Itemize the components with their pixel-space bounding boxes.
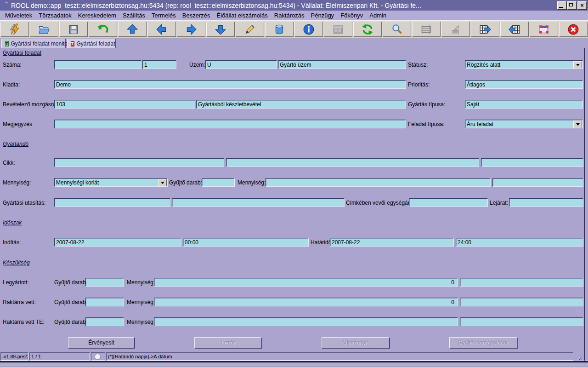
menu-muveletek[interactable]: Műveletek (2, 12, 35, 19)
inditas-time-field[interactable]: 00:00 (183, 238, 309, 247)
info-button[interactable] (294, 22, 323, 37)
lejarat-field[interactable] (509, 198, 583, 207)
search-icon (391, 23, 403, 35)
close-icon: × (580, 3, 584, 8)
minimize-button[interactable] (557, 1, 566, 9)
menu-beszerzes[interactable]: Beszerzés (179, 12, 214, 19)
gyujto-darab-field[interactable] (202, 178, 235, 187)
feladat-tipusa-dropdown[interactable]: Áru feladat (465, 120, 583, 128)
cikk-code-field[interactable] (54, 158, 224, 167)
menu-raktarozas[interactable]: Raktározás (271, 12, 308, 19)
feladat-tipusa-dropdown-arrow[interactable] (573, 121, 582, 128)
raktarra-vett-te-mennyiseg-field[interactable] (154, 317, 458, 326)
database-button[interactable] (265, 22, 294, 37)
calculator-icon (450, 23, 462, 35)
tab-strip-divider (116, 39, 116, 48)
raktarra-vett-te-gyujto-field[interactable] (85, 317, 124, 326)
resize-grip[interactable] (575, 353, 582, 361)
uzem-code-field[interactable]: U (205, 60, 277, 69)
mennyiseg-label: Mennyiség: (3, 179, 31, 186)
refresh-button[interactable] (353, 22, 382, 37)
mennyiseg-mod-dropdown[interactable]: Mennyiségi korlát (54, 178, 168, 187)
table-export-button[interactable] (471, 22, 499, 37)
legyartott-mennyiseg-field[interactable]: 0 (154, 278, 458, 287)
first-record-button[interactable] (118, 22, 147, 37)
open-folder-icon (38, 23, 50, 35)
previous-record-button[interactable] (147, 22, 176, 37)
lightning-button[interactable] (0, 22, 29, 37)
visszanyit-button[interactable]: Visszanyit (322, 337, 390, 348)
last-record-button[interactable] (206, 22, 235, 37)
undo-button[interactable] (89, 22, 117, 37)
raktarra-vett-label: Raktárra vett: (3, 299, 36, 305)
hatarido-date-field[interactable]: 2007-08-22 (330, 238, 454, 247)
search-button[interactable] (383, 22, 411, 37)
close-button[interactable]: × (577, 1, 587, 9)
szama-sorszam-field[interactable]: 1 (142, 60, 176, 69)
restore-button[interactable] (567, 1, 577, 9)
next-record-button[interactable] (177, 22, 205, 37)
table-import-icon (509, 23, 520, 35)
legyartott-gyujto-field[interactable] (85, 278, 124, 287)
menu-termeles[interactable]: Termelés (148, 12, 179, 19)
inditas-date-field[interactable]: 2007-08-22 (54, 238, 181, 247)
kiadta-field[interactable]: Demo (54, 80, 406, 89)
grid-button[interactable] (412, 22, 441, 37)
statusbar-indicator-panel (91, 352, 105, 361)
menu-szallitas[interactable]: Szállítás (119, 12, 148, 19)
raktarra-vett-gyujto-field[interactable] (85, 298, 124, 306)
raktarra-vett-te-egyseg-field[interactable] (460, 317, 583, 326)
window-resize-button[interactable] (530, 22, 558, 37)
uzem-name-field[interactable]: Gyártó üzem (278, 60, 406, 69)
table-import-button[interactable] (500, 22, 529, 37)
szama-field[interactable] (54, 60, 141, 69)
gyujtocsomagolasok-button[interactable]: Gyűjtőcsomagolások (449, 337, 517, 348)
bevetelezo-name-field[interactable]: Gyártásból készletbevétel (196, 100, 406, 109)
gyartasi-utasitas-name-field[interactable] (172, 198, 345, 207)
prioritas-field[interactable]: Átlagos (465, 80, 583, 89)
mennyiseg-egyseg-field[interactable] (492, 178, 583, 187)
menu-penzugy[interactable]: Pénzügy (308, 12, 338, 19)
statusz-dropdown[interactable]: Rögzítés alatt (465, 60, 583, 69)
tab-gyartasi-feladat[interactable]: T Gyártási feladat (67, 39, 116, 48)
mennyiseg-inline-label: Mennyiség: (127, 299, 155, 305)
toolbar (0, 20, 588, 38)
raktarra-vett-mennyiseg-field[interactable]: 0 (154, 298, 458, 306)
hatarido-time-field[interactable]: 24:00 (456, 238, 583, 247)
menu-eloallat-elszamolas[interactable]: Élőállat elszámolás (214, 12, 271, 19)
menu-admin[interactable]: Admin (366, 12, 390, 19)
mennyiseg-value-field[interactable] (266, 178, 491, 187)
database-icon (273, 23, 285, 35)
refresh-icon (362, 23, 373, 35)
form-window-button[interactable] (324, 22, 352, 37)
raktarra-vett-egyseg-field[interactable] (460, 298, 583, 306)
calculator-button[interactable] (441, 22, 470, 37)
save-button[interactable] (59, 22, 88, 37)
gyujto-darab-label: Gyűjtő darab: (54, 319, 87, 325)
menu-torzsadatok[interactable]: Törzsadatok (35, 12, 75, 19)
open-folder-button[interactable] (30, 22, 58, 37)
exit-button[interactable] (559, 22, 588, 37)
megjegyzes-field[interactable] (54, 120, 406, 128)
edit-button[interactable] (236, 22, 264, 37)
cimke-field[interactable] (409, 198, 488, 207)
bevetelezo-code-field[interactable]: 103 (54, 100, 195, 109)
statusz-dropdown-arrow[interactable] (573, 61, 582, 69)
section-keszultseg: Készültség (3, 259, 30, 266)
tab-gyartasi-feladat-monitor[interactable]: T Gyártási feladat monitor (1, 39, 66, 48)
cikk-extra-field[interactable] (481, 158, 583, 167)
szama-label: Száma: (3, 62, 22, 68)
gyartasi-utasitas-code-field[interactable] (54, 198, 170, 207)
mennyiseg-inline-label: Mennyiség: (127, 319, 155, 325)
tab-monitor-icon: T (5, 41, 9, 46)
mennyiseg-inline-label: Mennyiség: (237, 179, 266, 186)
window-right-border (584, 48, 585, 361)
mennyiseg-mod-dropdown-arrow[interactable] (158, 179, 167, 187)
ervenyesit-button[interactable]: Érvényesít (68, 337, 135, 348)
menu-fokonyv[interactable]: Főkönyv (337, 12, 366, 19)
gyartas-tipusa-field[interactable]: Saját (465, 100, 583, 109)
legyartott-egyseg-field[interactable] (460, 278, 583, 287)
menu-kereskedelem[interactable]: Kereskedelem (75, 12, 119, 19)
cikk-name-field[interactable] (226, 158, 479, 167)
lezar-button[interactable]: Lezár (194, 337, 262, 348)
